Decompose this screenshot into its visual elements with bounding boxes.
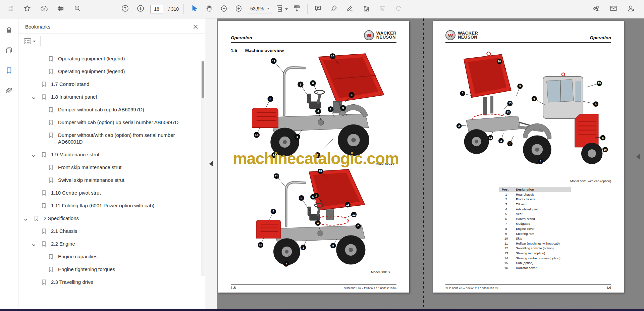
bookmark-item[interactable]: Engine tightening torques bbox=[18, 263, 198, 276]
bookmark-item[interactable]: 2 Specifications bbox=[18, 212, 198, 225]
add-person-button[interactable] bbox=[625, 3, 637, 15]
page-number-input[interactable] bbox=[150, 5, 163, 13]
previous-page-button[interactable] bbox=[119, 3, 131, 15]
bookmark-item-label[interactable]: Dumper without cab (up to AB60997D) bbox=[58, 106, 196, 113]
bookmark-item[interactable]: Operating equipment (legend) bbox=[18, 52, 198, 65]
bookmark-item-label[interactable]: 1.7 Control stand bbox=[51, 81, 196, 88]
svg-text:5: 5 bbox=[301, 196, 302, 200]
bookmark-icon bbox=[5, 67, 13, 75]
machine-figure-top: 11105684293116147 bbox=[232, 53, 395, 161]
bookmark-item-label[interactable]: Front skip maintenance strut bbox=[58, 164, 196, 171]
bookmark-item[interactable]: Swivel skip maintenance strut bbox=[18, 174, 198, 187]
table-row: 8 Engine cover bbox=[499, 226, 571, 231]
panel-scrollbar-thumb[interactable] bbox=[202, 61, 204, 98]
panel-scrollbar[interactable] bbox=[201, 61, 205, 276]
bookmark-item[interactable]: 2.2 Engine bbox=[18, 238, 198, 250]
bookmark-item[interactable]: 1.10 Centre-pivot strut bbox=[18, 187, 198, 199]
bookmark-item-label[interactable]: 2.3 Travelling drive bbox=[51, 279, 196, 286]
bookmark-item[interactable]: Dumper without/with cab (option) from se… bbox=[18, 129, 198, 148]
delete-button[interactable] bbox=[377, 3, 388, 15]
bookmark-item[interactable]: Engine capacities bbox=[18, 250, 198, 263]
fill-sign-button[interactable] bbox=[361, 3, 372, 15]
bookmark-item[interactable]: 1.8 Instrument panel bbox=[18, 91, 198, 103]
previous-view-arrow[interactable] bbox=[636, 154, 640, 160]
bookmark-options-button[interactable] bbox=[24, 38, 36, 44]
bookmark-item-label[interactable]: Operating equipment (legend) bbox=[58, 55, 196, 62]
page-header-label: Operation bbox=[231, 35, 252, 40]
print-button[interactable] bbox=[55, 3, 66, 15]
search-button[interactable] bbox=[72, 3, 83, 15]
attachments-panel-button[interactable] bbox=[3, 86, 15, 97]
svg-text:8: 8 bbox=[602, 136, 604, 140]
bookmark-item[interactable]: Dumper with cab (option) up serial numbe… bbox=[18, 116, 198, 129]
bookmark-item-label[interactable]: Operating equipment (legend) bbox=[58, 68, 196, 75]
page-scrolling-button[interactable] bbox=[291, 3, 303, 15]
header-rule bbox=[231, 42, 396, 43]
bookmark-item-label[interactable]: Swivel skip maintenance strut bbox=[58, 177, 196, 184]
close-panel-button[interactable] bbox=[193, 24, 198, 30]
page-thumbnails-button[interactable] bbox=[3, 45, 15, 57]
share-link-button[interactable] bbox=[590, 3, 602, 15]
arrow-up-circle-icon bbox=[121, 4, 129, 14]
chevron-down-icon[interactable] bbox=[32, 153, 36, 159]
page-header-label: Operation bbox=[590, 35, 611, 40]
bookmark-item[interactable]: 2.1 Chassis bbox=[18, 225, 198, 238]
table-row: 16 Radiator cover bbox=[499, 265, 571, 270]
bookmark-item-label[interactable]: 1.9 Maintenance strut bbox=[51, 151, 196, 158]
comment-button[interactable] bbox=[312, 3, 324, 15]
zoom-out-button[interactable] bbox=[218, 3, 229, 15]
email-button[interactable] bbox=[608, 3, 619, 15]
star-button[interactable] bbox=[21, 3, 33, 15]
bookmark-item-label[interactable]: Engine tightening torques bbox=[58, 266, 196, 273]
fill-sign-icon bbox=[362, 5, 370, 14]
svg-text:2: 2 bbox=[458, 124, 460, 127]
bookmark-item[interactable]: 2.3 Travelling drive bbox=[18, 276, 198, 289]
bookmark-item-label[interactable]: Dumper without/with cab (option) from se… bbox=[58, 132, 196, 145]
chevron-down-icon[interactable] bbox=[32, 95, 36, 101]
svg-text:10: 10 bbox=[498, 60, 501, 63]
bookmark-item-label[interactable]: 1.10 Centre-pivot strut bbox=[51, 190, 196, 196]
cloud-upload-icon bbox=[40, 5, 48, 14]
bookmark-item-label[interactable]: 2.1 Chassis bbox=[51, 228, 196, 235]
zoom-level-dropdown[interactable]: 53,9% bbox=[248, 5, 272, 13]
table-row: 6 Control stand bbox=[499, 216, 571, 221]
bookmark-item[interactable]: 1.9 Maintenance strut bbox=[18, 148, 198, 161]
bookmark-item-label[interactable]: Engine capacities bbox=[58, 253, 196, 260]
svg-text:10: 10 bbox=[319, 169, 322, 173]
svg-text:3: 3 bbox=[315, 194, 317, 197]
highlight-button[interactable] bbox=[328, 3, 340, 15]
bookmark-item[interactable]: Operating equipment (legend) bbox=[18, 65, 198, 78]
redo-button[interactable] bbox=[393, 3, 404, 15]
collapse-panel-arrow[interactable] bbox=[209, 161, 213, 166]
chevron-down-icon[interactable] bbox=[32, 242, 36, 248]
bookmark-item[interactable]: Dumper without cab (up to AB60997D) bbox=[18, 103, 198, 116]
fit-width-dropdown[interactable] bbox=[276, 4, 288, 14]
cloud-upload-button[interactable] bbox=[38, 3, 50, 15]
svg-text:11: 11 bbox=[275, 174, 278, 178]
bookmark-item[interactable]: 1.7 Control stand bbox=[18, 78, 198, 91]
bookmarks-panel-title: Bookmarks bbox=[25, 24, 50, 30]
table-row: 14 Slewing centre position (option) bbox=[499, 256, 571, 261]
save-button[interactable] bbox=[5, 3, 16, 15]
chevron-down-icon[interactable] bbox=[24, 216, 28, 222]
document-edition-label: SHB 6001 en – Edition 2.1 * 6001s110.fm bbox=[445, 287, 498, 290]
bookmark-icon bbox=[41, 152, 47, 159]
security-panel-button[interactable] bbox=[3, 25, 15, 37]
bookmarks-panel-button[interactable] bbox=[3, 65, 15, 77]
bookmark-item-label[interactable]: 1.8 Instrument panel bbox=[51, 94, 196, 100]
sign-button[interactable] bbox=[344, 3, 356, 15]
bookmark-item-label[interactable]: 1.11 Folding flap (6001 Power option wit… bbox=[51, 202, 196, 209]
zoom-in-button[interactable] bbox=[233, 3, 244, 15]
next-page-button[interactable] bbox=[135, 3, 146, 15]
table-row: 13 Slewing ram (option) bbox=[499, 251, 571, 256]
hand-tool-button[interactable] bbox=[203, 3, 215, 15]
select-tool-button[interactable] bbox=[189, 3, 200, 15]
bookmark-item-label[interactable]: 2.2 Engine bbox=[51, 241, 196, 247]
bookmark-item-label[interactable]: Dumper with cab (option) up serial numbe… bbox=[58, 119, 196, 126]
bookmark-item-label[interactable]: 2 Specifications bbox=[44, 215, 196, 222]
bookmark-item[interactable]: 1.11 Folding flap (6001 Power option wit… bbox=[18, 199, 198, 212]
top-toolbar: / 310 53,9% bbox=[0, 0, 644, 18]
bookmark-item[interactable]: Front skip maintenance strut bbox=[18, 161, 198, 174]
svg-text:16: 16 bbox=[255, 133, 258, 137]
svg-text:10: 10 bbox=[331, 55, 334, 58]
